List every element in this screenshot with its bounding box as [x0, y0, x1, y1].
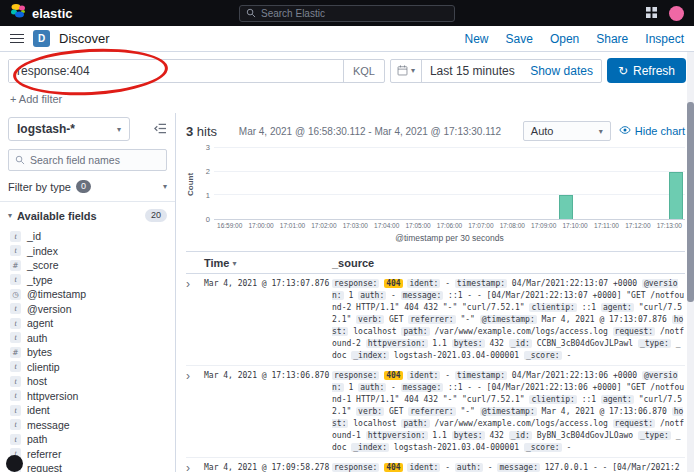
field-name: request: [27, 462, 62, 472]
nav-action-new[interactable]: New: [465, 32, 489, 46]
doc-field-value: 404: [384, 279, 402, 288]
field-item-referrer[interactable]: treferrer: [8, 447, 167, 462]
doc-field-name: clientip:: [529, 303, 576, 312]
field-name: referrer: [27, 448, 61, 460]
chart-time-range-title: Mar 4, 2021 @ 16:58:30.112 - Mar 4, 2021…: [225, 126, 515, 137]
column-header-source[interactable]: _source: [332, 257, 685, 269]
x-tick-label: 17:10:00: [562, 222, 587, 229]
time-range-value[interactable]: Last 15 minutes: [422, 64, 530, 78]
doc-field-value: /var/www/example.com/logs/access.log: [434, 419, 607, 428]
expand-row-button[interactable]: ›: [186, 278, 204, 362]
y-tick-label: 1: [206, 191, 210, 200]
x-tick-label: 17:09:00: [531, 222, 556, 229]
field-item-httpversion[interactable]: thttpversion: [8, 389, 167, 404]
field-item-_score[interactable]: #_score: [8, 258, 167, 273]
x-tick-label: 17:01:00: [280, 222, 305, 229]
field-type-icon: t: [10, 245, 21, 256]
doc-source: response: 404 ident: - timestamp: 04/Mar…: [332, 370, 685, 454]
chevron-down-icon: ▾: [117, 125, 121, 134]
field-item-ident[interactable]: tident: [8, 403, 167, 418]
doc-field-value: -: [566, 443, 571, 452]
field-type-icon: ◷: [10, 289, 21, 300]
y-tick-label: 0: [206, 215, 210, 224]
y-axis-label: Count: [186, 148, 198, 220]
field-item-_type[interactable]: t_type: [8, 273, 167, 288]
field-item-_id[interactable]: t_id: [8, 229, 167, 244]
doc-field-value: -: [566, 351, 571, 360]
apps-grid-icon[interactable]: [646, 4, 657, 22]
menu-hamburger-icon[interactable]: [10, 34, 24, 44]
global-search-input[interactable]: [261, 8, 448, 19]
nav-action-share[interactable]: Share: [596, 32, 628, 46]
field-search-input[interactable]: [30, 154, 160, 166]
expand-row-button[interactable]: ›: [186, 370, 204, 454]
column-header-time[interactable]: Time ▾: [204, 257, 332, 269]
doc-field-name: _index:: [351, 443, 389, 452]
filter-by-type-toggle[interactable]: Filter by type 0 ▾: [8, 180, 167, 193]
refresh-button[interactable]: ↻ Refresh: [607, 58, 686, 83]
nav-action-open[interactable]: Open: [550, 32, 579, 46]
histogram-bar[interactable]: [559, 195, 573, 219]
field-item-bytes[interactable]: #bytes: [8, 345, 167, 360]
doc-field-value: Mar 4, 2021 @ 17:13:07.876: [542, 315, 667, 324]
available-fields-toggle[interactable]: ▾ Available fields 20: [8, 209, 167, 222]
doc-field-value: "-": [460, 315, 474, 324]
doc-field-name: bytes:: [452, 339, 485, 348]
field-item-message[interactable]: tmessage: [8, 418, 167, 433]
show-dates-link[interactable]: Show dates: [530, 64, 601, 78]
doc-field-value: logstash-2021.03.04-000001: [394, 443, 519, 452]
query-language-button[interactable]: KQL: [343, 60, 384, 82]
x-tick-label: 17:06:00: [437, 222, 462, 229]
calendar-dropdown-button[interactable]: ▾: [391, 60, 422, 82]
hide-chart-button[interactable]: Hide chart: [619, 124, 685, 138]
nav-action-save[interactable]: Save: [506, 32, 533, 46]
field-item-@timestamp[interactable]: ◷@timestamp: [8, 287, 167, 302]
doc-field-name: clientip:: [529, 395, 576, 404]
help-bubble[interactable]: [6, 455, 23, 472]
collapse-fields-panel-icon[interactable]: [154, 120, 167, 138]
fields-sidebar: logstash-* ▾ Filter by type 0 ▾ ▾ Availa…: [0, 113, 176, 472]
search-icon: [15, 151, 25, 169]
doc-field-name: response:: [332, 463, 379, 472]
doc-time: Mar 4, 2021 @ 17:13:07.876: [204, 278, 332, 362]
filter-bar: + Add filter: [0, 88, 694, 113]
doc-field-name: referrer:: [408, 407, 455, 416]
doc-field-name: _score:: [524, 351, 562, 360]
nav-action-inspect[interactable]: Inspect: [645, 32, 684, 46]
add-filter-button[interactable]: + Add filter: [10, 93, 62, 105]
query-input[interactable]: [9, 60, 343, 82]
field-item-_index[interactable]: t_index: [8, 244, 167, 259]
user-avatar[interactable]: [669, 6, 684, 21]
scrollbar-thumb[interactable]: [687, 102, 694, 302]
x-tick-label: 17:08:00: [500, 222, 525, 229]
field-item-clientip[interactable]: tclientip: [8, 360, 167, 375]
field-item-path[interactable]: tpath: [8, 432, 167, 447]
field-item-host[interactable]: thost: [8, 374, 167, 389]
field-item-@version[interactable]: t@version: [8, 302, 167, 317]
doc-field-value: Mar 4, 2021 @ 17:13:06.870: [542, 407, 667, 416]
chart-x-axis: 16:59:0017:00:0017:01:0017:02:0017:03:00…: [214, 220, 685, 231]
global-search[interactable]: [239, 5, 455, 22]
interval-select[interactable]: Auto ▾: [523, 121, 611, 141]
doc-field-value: GET: [389, 315, 403, 324]
doc-rows: ›Mar 4, 2021 @ 17:13:07.876response: 404…: [186, 274, 685, 472]
field-name: @version: [27, 303, 72, 315]
doc-field-name: response:: [332, 371, 379, 380]
histogram-chart: Count 0123 16:59:0017:00:0017:01:0017:02…: [186, 148, 685, 244]
field-type-icon: t: [10, 419, 21, 430]
elastic-logo-icon[interactable]: [10, 3, 26, 23]
expand-row-button[interactable]: ›: [186, 462, 204, 472]
index-pattern-selector[interactable]: logstash-* ▾: [8, 117, 130, 141]
page-scrollbar[interactable]: [687, 52, 694, 472]
field-type-icon: t: [10, 390, 21, 401]
table-row: ›Mar 4, 2021 @ 17:09:58.278response: 404…: [186, 458, 685, 472]
nav-actions: NewSaveOpenShareInspect: [465, 32, 684, 46]
chevron-down-icon: ▾: [8, 211, 12, 220]
field-item-request[interactable]: trequest: [8, 461, 167, 472]
histogram-bar[interactable]: [669, 172, 683, 219]
field-item-agent[interactable]: tagent: [8, 316, 167, 331]
doc-field-name: ident:: [407, 371, 440, 380]
app-nav-bar: D Discover NewSaveOpenShareInspect: [0, 26, 694, 52]
doc-field-name: path:: [401, 419, 429, 428]
field-item-auth[interactable]: tauth: [8, 331, 167, 346]
